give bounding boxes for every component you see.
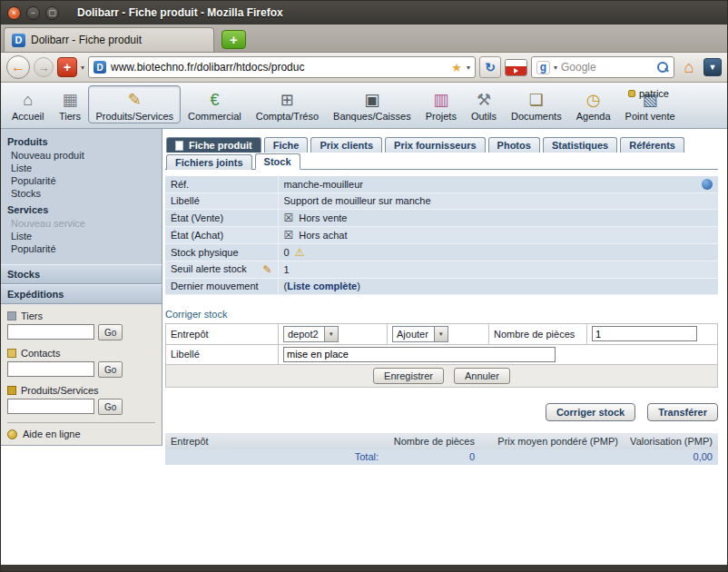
- tab-prix-clients[interactable]: Prix clients: [310, 137, 382, 153]
- transferer-button[interactable]: Transférer: [647, 403, 718, 421]
- url-dropdown-icon[interactable]: ▾: [467, 64, 470, 72]
- forward-button[interactable]: →: [34, 57, 54, 77]
- stop-button[interactable]: +: [57, 57, 77, 77]
- movement-type-value: Ajouter: [393, 329, 434, 340]
- browser-toolbar: ← → + ▾ D www.biotechno.fr/dolibarr/htdo…: [1, 53, 727, 83]
- menu-agenda[interactable]: ◷ Agenda: [569, 85, 618, 123]
- menu-projets[interactable]: ▥ Projets: [418, 85, 464, 123]
- menu-banques[interactable]: ▣ Banques/Caisses: [326, 85, 418, 123]
- sidebar-item-stocks[interactable]: Stocks: [1, 187, 162, 200]
- menu-documents[interactable]: ❏ Documents: [504, 85, 569, 123]
- search-contacts-input[interactable]: [7, 361, 94, 377]
- total-label: Total:: [165, 449, 384, 465]
- libelle-input[interactable]: [283, 347, 556, 362]
- movement-type-select[interactable]: Ajouter ▾: [392, 326, 448, 342]
- tab-fiche-produit[interactable]: Fiche produit: [166, 137, 261, 153]
- table-row: Dernier mouvement (Liste complète): [165, 278, 718, 294]
- site-favicon: D: [93, 61, 106, 74]
- search-icon[interactable]: [656, 61, 669, 74]
- home-button[interactable]: ⌂: [678, 56, 700, 78]
- sidebar-item-nouveau-produit[interactable]: Nouveau produit: [1, 149, 162, 162]
- menu-compta[interactable]: ⊞ Compta/Tréso: [249, 85, 326, 123]
- window-minimize-button[interactable]: −: [26, 6, 40, 20]
- libelle-value: Support de mouilleur sur manche: [278, 192, 718, 209]
- menu-accueil[interactable]: ⌂ Accueil: [5, 85, 51, 123]
- save-button[interactable]: Enregistrer: [373, 368, 444, 384]
- search-tiers-go-button[interactable]: Go: [98, 324, 123, 340]
- close-icon: ×: [12, 9, 16, 17]
- menu-label: Agenda: [576, 111, 611, 122]
- corriger-stock-button[interactable]: Corriger stock: [546, 403, 635, 421]
- tab-prix-fournisseurs[interactable]: Prix fournisseurs: [385, 137, 485, 153]
- product-tabs-row2: Fichiers joints Stock: [165, 153, 718, 170]
- tools-icon: ⚒: [472, 88, 495, 111]
- search-produits-input[interactable]: [7, 399, 94, 414]
- sidebar-band-stocks[interactable]: Stocks: [1, 264, 162, 284]
- search-contacts-go-button[interactable]: Go: [98, 361, 123, 378]
- col-entrepot: Entrepôt: [165, 433, 384, 449]
- edit-pencil-icon[interactable]: ✎: [262, 263, 271, 276]
- menu-label: Compta/Tréso: [256, 111, 319, 122]
- sidebar-item-popularite-services[interactable]: Popularité: [1, 242, 162, 255]
- window-close-button[interactable]: ×: [7, 6, 21, 20]
- window-maximize-button[interactable]: ▢: [45, 6, 59, 20]
- table-row: État (Vente) ☒ Hors vente: [165, 209, 718, 226]
- table-row: Réf. manche-mouilleur: [165, 176, 718, 192]
- chevron-down-icon[interactable]: ▾: [81, 64, 84, 72]
- menu-produits-services[interactable]: ✎ Produits/Services: [88, 85, 181, 123]
- titlebar: × − ▢ Dolibarr - Fiche produit - Mozilla…: [1, 1, 727, 25]
- bookmark-star-icon[interactable]: ★: [451, 61, 462, 74]
- next-ref-icon[interactable]: [702, 179, 713, 190]
- qty-label: Nombre de pièces: [489, 323, 587, 344]
- mouvement-label: Dernier mouvement: [165, 278, 278, 294]
- table-row: Stock physique 0 ⚠: [165, 243, 718, 261]
- menu-tiers[interactable]: ▦ Tiers: [51, 85, 88, 123]
- menu-label: Outils: [471, 111, 497, 122]
- tab-statistiques[interactable]: Statistiques: [543, 137, 617, 153]
- cancel-button[interactable]: Annuler: [454, 368, 510, 384]
- sidebar-item-popularite-produits[interactable]: Popularité: [1, 174, 162, 187]
- youtube-icon[interactable]: [505, 59, 527, 76]
- commercial-icon: €: [203, 88, 226, 111]
- liste-complete-link[interactable]: Liste complète: [287, 281, 357, 291]
- table-row: ✎ Seuil alerte stock 1: [165, 261, 718, 278]
- sidebar-band-expeditions[interactable]: Expéditions: [1, 284, 162, 304]
- sidebar-item-liste-services[interactable]: Liste: [1, 230, 162, 242]
- tab-stock[interactable]: Stock: [255, 153, 300, 170]
- back-button[interactable]: ←: [6, 55, 30, 79]
- tab-referents[interactable]: Référents: [620, 137, 684, 153]
- new-tab-button[interactable]: +: [221, 30, 246, 49]
- search-input[interactable]: g ▾ Google: [531, 56, 674, 78]
- search-tiers-label: Tiers: [21, 311, 43, 321]
- download-button[interactable]: ▼: [703, 58, 722, 76]
- search-contacts-label: Contacts: [21, 348, 60, 359]
- search-engine-dropdown-icon[interactable]: ▾: [554, 64, 557, 72]
- online-help-link[interactable]: Aide en ligne: [7, 422, 155, 439]
- reload-button[interactable]: ↻: [479, 56, 501, 78]
- logged-user[interactable]: patrice: [628, 88, 669, 99]
- tab-photos[interactable]: Photos: [488, 137, 540, 153]
- seuil-value: 1: [278, 261, 718, 278]
- entrepot-label: Entrepôt: [166, 323, 279, 344]
- libelle-label: Libellé: [165, 192, 278, 209]
- plus-icon: +: [64, 60, 71, 74]
- dolibarr-favicon: D: [12, 34, 25, 47]
- warehouse-value: depot2: [284, 329, 324, 340]
- projects-icon: ▥: [429, 88, 452, 111]
- menu-commercial[interactable]: € Commercial: [181, 85, 249, 123]
- tab-fichiers-joints[interactable]: Fichiers joints: [166, 154, 252, 170]
- search-produits-go-button[interactable]: Go: [98, 399, 123, 415]
- table-row: Libellé Support de mouilleur sur manche: [165, 192, 718, 209]
- qty-input[interactable]: [592, 326, 697, 341]
- building-icon: [7, 311, 16, 321]
- sidebar-item-liste-produits[interactable]: Liste: [1, 162, 162, 174]
- search-tiers-input[interactable]: [7, 324, 94, 340]
- sidebar-section-services: Services: [1, 200, 162, 217]
- warehouse-select[interactable]: depot2 ▾: [283, 326, 339, 342]
- menu-label: Produits/Services: [95, 111, 173, 122]
- col-qty: Nombre de pièces: [384, 433, 480, 449]
- tab-fiche[interactable]: Fiche: [264, 137, 309, 153]
- menu-outils[interactable]: ⚒ Outils: [464, 85, 504, 123]
- browser-tab[interactable]: D Dolibarr - Fiche produit: [4, 27, 214, 52]
- url-bar[interactable]: D www.biotechno.fr/dolibarr/htdocs/produ…: [88, 56, 476, 78]
